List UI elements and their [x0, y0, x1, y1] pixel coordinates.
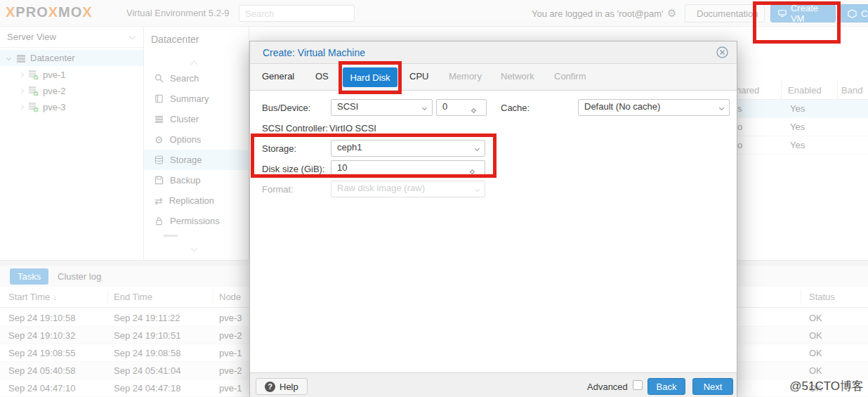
back-button[interactable]: Back — [647, 378, 685, 395]
next-button[interactable]: Next — [692, 378, 733, 395]
format-label: Format: — [262, 184, 294, 195]
annotation-storage-fields — [251, 134, 497, 178]
help-button[interactable]: ? Help — [256, 378, 308, 395]
format-select: Raw disk image (raw) — [331, 181, 485, 197]
chevron-down-icon — [719, 105, 724, 110]
help-icon: ? — [265, 382, 275, 392]
scsi-controller-value: VirtIO SCSI — [329, 123, 376, 134]
dialog-footer: ? Help Advanced Back Next — [250, 372, 737, 397]
dialog-title: Create: Virtual Machine — [263, 47, 365, 58]
tab-confirm: Confirm — [554, 71, 586, 82]
bus-device-label: Bus/Device: — [262, 103, 310, 113]
bus-device-select[interactable]: SCSI — [331, 99, 433, 116]
tab-network: Network — [501, 71, 534, 82]
advanced-checkbox[interactable] — [633, 380, 643, 390]
chevron-down-icon — [422, 105, 427, 110]
create-vm-dialog: Create: Virtual Machine General OS Hard … — [249, 41, 737, 397]
chevron-down-icon — [475, 187, 480, 192]
watermark: @51CTO博客 — [789, 378, 864, 394]
annotation-hard-disk-tab — [338, 61, 402, 94]
dialog-tabbar: General OS Hard Disk CPU Memory Network … — [250, 64, 737, 91]
tab-memory: Memory — [449, 71, 482, 82]
cache-label: Cache: — [501, 103, 530, 113]
bus-number-stepper[interactable]: 0 — [436, 99, 487, 116]
tab-general[interactable]: General — [262, 71, 294, 82]
tab-cpu[interactable]: CPU — [409, 71, 428, 82]
scsi-controller-label: SCSI Controller: — [262, 123, 328, 134]
tab-os[interactable]: OS — [315, 71, 329, 82]
advanced-label: Advanced — [587, 382, 628, 392]
close-icon[interactable] — [716, 46, 728, 58]
annotation-create-vm — [753, 1, 841, 44]
dialog-header[interactable]: Create: Virtual Machine — [250, 41, 737, 64]
cache-select[interactable]: Default (No cache) — [578, 99, 730, 116]
spin-down-icon[interactable] — [471, 108, 476, 113]
proxmox-app: XPROXMOX Virtual Environment 5.2-9 You a… — [0, 0, 868, 397]
